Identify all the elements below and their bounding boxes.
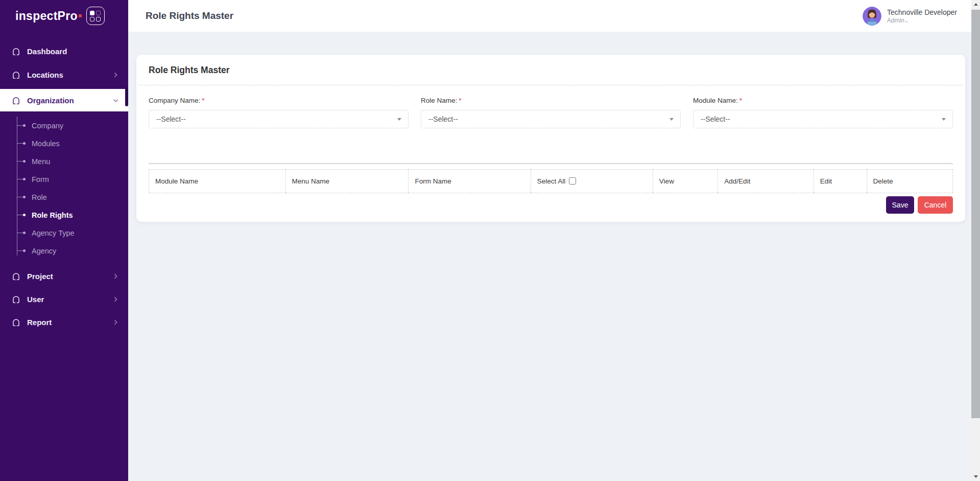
sidebar-item-label: Role [32,193,47,201]
col-add-edit: Add/Edit [718,170,814,193]
caret-down-icon [942,118,946,121]
sidebar-item-role[interactable]: Role [0,188,128,206]
company-name-label: Company Name:* [149,97,409,104]
sidebar-item-agency-type[interactable]: Agency Type [0,224,128,242]
action-buttons: Save Cancel [149,196,953,214]
user-menu[interactable]: Technoville Developer Admin⌄ [863,7,957,26]
column-label: View [659,177,674,185]
sidebar-item-label: Modules [32,140,60,148]
sidebar-item-agency[interactable]: Agency [0,242,128,260]
select-all-checkbox[interactable] [569,177,576,185]
bullet-icon [23,142,26,145]
select-value: --Select-- [701,115,730,123]
user-name: Technoville Developer [887,8,957,16]
divider [138,85,963,85]
bullet-icon [23,160,26,163]
scrollbar-thumb[interactable] [971,10,980,418]
bullet-icon [23,249,26,252]
select-value: --Select-- [428,115,458,123]
filter-form: Company Name:* --Select-- Role Name:* --… [149,97,953,128]
sidebar-item-organization[interactable]: Organization [0,89,128,111]
sidebar-item-report[interactable]: Report [0,311,128,334]
sidebar-item-label: Agency [32,247,56,255]
grid-square [96,11,101,15]
chevron-right-icon [112,72,119,78]
chevron-right-icon [112,273,119,280]
sidebar-item-project[interactable]: Project [0,265,128,288]
col-module-name: Module Name [149,170,286,193]
grid-square [90,11,94,15]
sidebar-item-label: Role Rights [32,211,73,219]
sidebar-item-menu[interactable]: Menu [0,152,128,170]
home-icon [11,294,21,304]
grid-menu-icon[interactable] [86,7,105,25]
column-label: Edit [820,177,832,185]
sidebar-item-label: Form [32,175,49,184]
table-header-row: Module Name Menu Name Form Name Select A… [149,170,953,193]
module-name-select[interactable]: --Select-- [693,110,953,128]
sidebar-item-label: Company [32,122,63,130]
col-edit: Edit [814,170,867,193]
user-role-text: Admin [887,17,904,24]
bullet-icon [23,178,26,180]
save-button[interactable]: Save [886,196,914,214]
sidebar-item-label: Organization [27,96,112,105]
sidebar-item-role-rights[interactable]: Role Rights [0,206,128,224]
sidebar-nav: Dashboard Locations Organization Company… [0,42,128,334]
sidebar-item-locations[interactable]: Locations [0,65,128,84]
sidebar-item-label: Agency Type [32,229,75,237]
label-text: Module Name: [693,97,738,104]
grid-square [90,17,94,21]
rights-table: Module Name Menu Name Form Name Select A… [149,169,953,193]
scroll-up-button[interactable] [971,0,980,9]
col-select-all: Select All [531,170,653,193]
col-menu-name: Menu Name [285,170,409,193]
scroll-down-button[interactable] [971,472,980,481]
home-icon [11,271,21,281]
chevron-right-icon [112,296,119,303]
role-name-select[interactable]: --Select-- [421,110,681,128]
arrow-up-icon [974,3,978,6]
section-divider [149,163,953,164]
logo-text: inspectPro [15,9,78,23]
column-label: Menu Name [292,177,330,185]
cancel-button[interactable]: Cancel [918,196,953,214]
sidebar-item-label: Project [27,272,112,281]
vertical-scrollbar [971,0,980,481]
role-field: Role Name:* --Select-- [421,97,681,128]
label-text: Role Name: [421,97,457,104]
company-name-select[interactable]: --Select-- [149,110,409,128]
module-name-label: Module Name:* [693,97,953,104]
user-texts: Technoville Developer Admin⌄ [887,8,957,24]
module-field: Module Name:* --Select-- [693,97,953,128]
top-bar: Role Rights Master Technoville Developer… [128,0,971,32]
home-icon [11,317,21,327]
sidebar-item-dashboard[interactable]: Dashboard [0,42,128,60]
sidebar-item-user[interactable]: User [0,288,128,311]
sidebar-item-label: Dashboard [27,47,119,56]
sidebar: inspectPro Dashboard Locations Organizat… [0,0,128,481]
chevron-down-icon: ⌄ [904,18,909,24]
sidebar-item-label: Locations [27,71,112,79]
select-value: --Select-- [156,115,186,123]
chevron-right-icon [112,319,119,326]
user-role: Admin⌄ [887,17,957,24]
sidebar-scrollbar-thumb[interactable] [125,88,128,106]
sidebar-item-form[interactable]: Form [0,170,128,188]
card-title: Role Rights Master [149,65,953,76]
sidebar-item-company[interactable]: Company [0,117,128,134]
sidebar-item-modules[interactable]: Modules [0,134,128,152]
avatar [863,7,881,26]
logo-dot [79,14,82,17]
sidebar-item-label: Menu [32,157,50,166]
chevron-down-icon [112,97,119,104]
bullet-icon [23,196,26,198]
grid-square [96,17,101,21]
logo: inspectPro [0,0,128,32]
required-asterisk: * [459,97,461,104]
bullet-icon [23,124,26,127]
company-field: Company Name:* --Select-- [149,97,409,128]
arrow-down-icon [974,475,978,478]
required-asterisk: * [739,97,742,104]
role-name-label: Role Name:* [421,97,681,104]
